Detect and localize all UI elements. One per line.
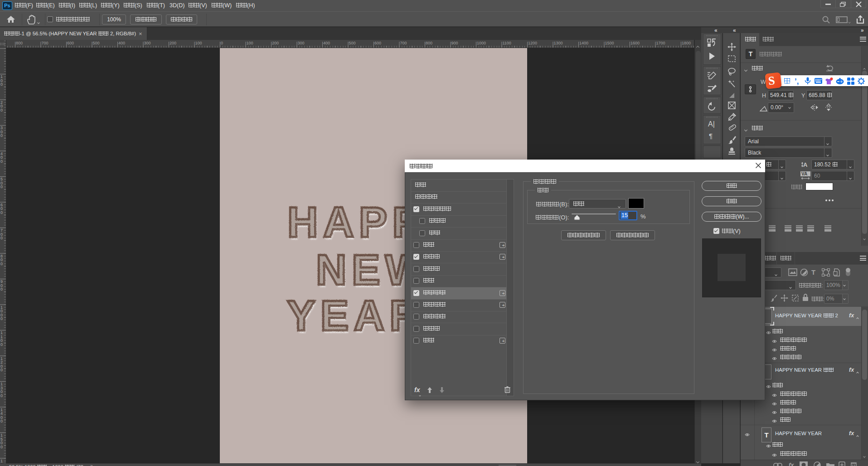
svg-text:VA: VA (801, 171, 807, 176)
svg-text:A: A (803, 161, 808, 168)
